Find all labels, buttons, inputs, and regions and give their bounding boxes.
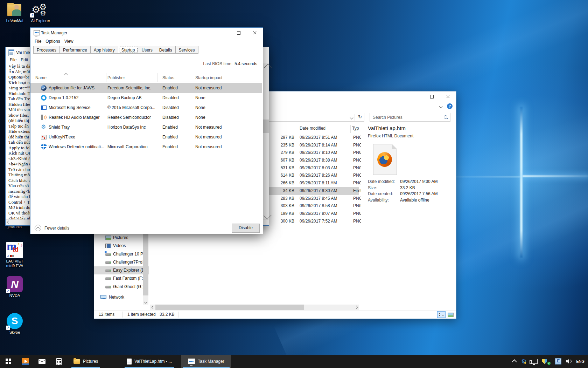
- tab[interactable]: Processes: [33, 46, 60, 54]
- desktop-icon-skype[interactable]: S ↗ Skype: [1, 313, 28, 335]
- nav-item-icon: [105, 244, 111, 248]
- startup-status: Disabled: [162, 115, 179, 120]
- column-type[interactable]: Typ: [352, 126, 359, 131]
- column-publisher[interactable]: Publisher: [107, 75, 125, 80]
- thumbnail-view-button[interactable]: [446, 311, 455, 318]
- startup-row[interactable]: UniKeyNT.exe Enabled Not measured: [30, 132, 262, 142]
- taskbar-app-task-manager[interactable]: Task Manager: [181, 355, 231, 368]
- startup-name: Windows Defender notificati...: [49, 144, 104, 149]
- help-icon[interactable]: ?: [447, 103, 453, 109]
- desktop-icon-lacviet[interactable]: mtd♪♪ ↗ LAC VIET mtd9 EVA: [1, 242, 28, 268]
- scroll-down-icon[interactable]: [144, 300, 148, 304]
- column-date-modified[interactable]: Date modified: [300, 126, 326, 131]
- scroll-right-icon[interactable]: [355, 306, 358, 309]
- tab[interactable]: Details: [156, 46, 176, 54]
- startup-impact: Not measured: [195, 86, 222, 90]
- menu-item[interactable]: File: [35, 39, 41, 44]
- column-name[interactable]: Name: [35, 75, 47, 80]
- startup-name: Microsoft Bing Service: [49, 105, 90, 110]
- column-startup-impact[interactable]: Startup impact: [195, 75, 222, 80]
- horizontal-scrollbar[interactable]: [150, 305, 359, 310]
- disable-button[interactable]: Disable: [232, 224, 260, 233]
- file-date: 09/26/2017 8:38 AM: [300, 158, 337, 163]
- scroll-left-icon[interactable]: [7, 221, 10, 224]
- desktop-icon-label: LeVanMai: [1, 19, 28, 23]
- chevron-down-icon[interactable]: [350, 116, 354, 120]
- refresh-icon[interactable]: ↻: [358, 114, 362, 120]
- maximize-button[interactable]: [231, 28, 247, 38]
- details-view-button[interactable]: [437, 311, 446, 318]
- nav-item-videos[interactable]: Videos: [94, 242, 149, 250]
- menu-item[interactable]: Options: [46, 39, 60, 44]
- search-box[interactable]: Search Pictures: [370, 113, 450, 122]
- nav-item-pictures[interactable]: Pictures: [94, 234, 149, 242]
- column-status[interactable]: Status: [162, 75, 174, 80]
- scrollbar-thumb[interactable]: [155, 305, 304, 310]
- minimize-button[interactable]: [215, 28, 231, 38]
- mail-icon: [38, 359, 46, 364]
- mail-taskbar-button[interactable]: [34, 355, 50, 368]
- network-tray-icon[interactable]: [531, 359, 538, 364]
- tab[interactable]: Users: [138, 46, 156, 54]
- desktop-icon-label: AirExplorer: [27, 19, 54, 23]
- gear-clock-tray-icon[interactable]: ⚙: [521, 359, 526, 364]
- start-button[interactable]: [0, 355, 17, 368]
- language-indicator[interactable]: ENG: [576, 359, 584, 363]
- movies-tv-taskbar-button[interactable]: [17, 355, 34, 368]
- nav-item-network[interactable]: Network: [94, 293, 149, 301]
- nav-scrollbar[interactable]: [143, 234, 148, 305]
- taskbar-app-vaithietlap[interactable]: VaiThietLap.htm - ...: [123, 355, 175, 368]
- app-icon: [41, 105, 47, 110]
- desktop-icon-airexplorer[interactable]: ⚙⚙⚙ ↗ AirExplorer: [27, 2, 54, 23]
- scrollbar-thumb[interactable]: [143, 234, 148, 295]
- detail-value: 09/26/2017 7:56 AM: [400, 191, 438, 196]
- firefox-document-icon: [373, 144, 397, 175]
- nav-item-challenger7pro3[interactable]: Challenger7Pro3: [94, 258, 149, 266]
- show-hidden-icons-chevron[interactable]: [512, 359, 517, 364]
- fewer-details-toggle[interactable]: Fewer details: [35, 225, 69, 231]
- nav-item-icon: [100, 295, 106, 299]
- scroll-left-icon[interactable]: [152, 306, 155, 309]
- close-button[interactable]: [247, 28, 263, 38]
- startup-row[interactable]: Degoo 1.0.2152 Degoo Backup AB Disabled …: [30, 93, 262, 103]
- nav-item-challenger10[interactable]: Challenger 10 Pr: [94, 250, 149, 258]
- desktop-icon-levanmai[interactable]: LeVanMai: [1, 2, 28, 23]
- fewer-details-label: Fewer details: [44, 226, 69, 231]
- task-manager-titlebar[interactable]: Task Manager: [30, 28, 263, 38]
- menu-item[interactable]: File: [10, 57, 16, 62]
- file-date: 09/26/2017 8:58 AM: [300, 203, 337, 208]
- minimize-button[interactable]: [408, 91, 424, 102]
- tab[interactable]: App history: [91, 46, 118, 54]
- desktop-icon-nvda[interactable]: N ↗ NVDA: [1, 276, 28, 298]
- tab[interactable]: Startup: [118, 46, 139, 54]
- startup-row[interactable]: Application file for JAWS Freedom Scient…: [30, 83, 262, 93]
- detail-label: Availability:: [368, 198, 389, 203]
- startup-row[interactable]: Realtek HD Audio Manager Realtek Semicon…: [30, 113, 262, 122]
- startup-items-list: Application file for JAWS Freedom Scient…: [30, 83, 262, 152]
- unikey-tray-icon[interactable]: E: [555, 358, 561, 364]
- defender-shield-tray-icon[interactable]: [542, 359, 547, 364]
- menu-item[interactable]: View: [64, 39, 74, 44]
- ribbon-collapse-icon[interactable]: [439, 104, 443, 108]
- startup-row[interactable]: Windows Defender notificati... Microsoft…: [30, 142, 262, 152]
- speaker-tray-icon[interactable]: [566, 359, 572, 364]
- nav-item-icon: [105, 269, 111, 272]
- close-button[interactable]: [440, 91, 456, 102]
- editor-title: VaiThiet: [16, 50, 31, 55]
- maximize-button[interactable]: [424, 91, 440, 102]
- menu-item[interactable]: Edit: [21, 57, 28, 62]
- nav-item-fast-fantom[interactable]: Fast Fantom (F:): [94, 274, 149, 282]
- startup-impact: Not measured: [195, 125, 222, 130]
- tab[interactable]: Performance: [60, 46, 91, 54]
- editor-vertical-scrollbar[interactable]: [263, 63, 269, 220]
- startup-impact: Not measured: [195, 144, 222, 149]
- startup-row[interactable]: Shield Tray Horizon DataSys Inc Enabled …: [30, 122, 262, 132]
- nav-item-giant-ghost[interactable]: Giant Ghost (G:): [94, 283, 149, 291]
- startup-row[interactable]: Microsoft Bing Service © 2015 Microsoft …: [30, 103, 262, 113]
- tab[interactable]: Services: [176, 46, 198, 54]
- calculator-taskbar-button[interactable]: [50, 355, 67, 368]
- scrollbar-thumb[interactable]: [263, 120, 269, 133]
- nav-item-easy-explorer[interactable]: Easy Explorer (E:): [94, 266, 149, 274]
- nav-item-icon: [105, 261, 111, 264]
- taskbar-app-pictures[interactable]: Pictures: [70, 355, 102, 368]
